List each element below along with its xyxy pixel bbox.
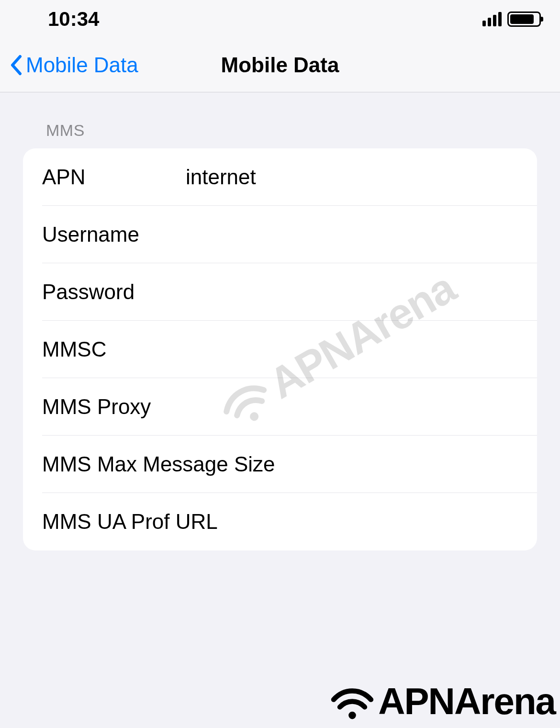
back-label: Mobile Data [26,53,138,77]
row-mms-ua-prof[interactable]: MMS UA Prof URL [23,493,537,550]
footer-logo: APNArena [329,680,555,723]
status-time: 10:34 [48,8,99,31]
status-bar: 10:34 [0,0,560,38]
navigation-bar: Mobile Data Mobile Data [0,38,560,92]
chevron-back-icon [10,55,22,76]
wifi-icon [329,683,375,720]
content-area: MMS APN Username Password MMSC MMS Proxy… [0,92,560,550]
label-mms-ua-prof: MMS UA Prof URL [42,510,218,534]
row-apn[interactable]: APN [23,148,537,206]
input-apn[interactable] [186,165,518,189]
label-mms-max-size: MMS Max Message Size [42,452,275,476]
label-mms-proxy: MMS Proxy [42,395,186,419]
row-mms-proxy[interactable]: MMS Proxy [23,378,537,436]
input-mms-ua-prof[interactable] [218,510,518,534]
page-title: Mobile Data [221,53,339,77]
input-mms-proxy[interactable] [186,395,518,419]
footer-logo-text: APNArena [378,680,555,723]
row-username[interactable]: Username [23,206,537,263]
label-password: Password [42,280,186,304]
label-mmsc: MMSC [42,337,186,361]
back-button[interactable]: Mobile Data [10,53,138,77]
row-mmsc[interactable]: MMSC [23,321,537,378]
input-password[interactable] [186,280,518,304]
label-username: Username [42,223,186,246]
svg-point-1 [348,711,356,719]
input-username[interactable] [186,223,518,246]
status-indicators [482,11,541,27]
input-mmsc[interactable] [186,337,518,361]
cellular-signal-icon [482,12,502,26]
row-mms-max-size[interactable]: MMS Max Message Size [23,436,537,493]
label-apn: APN [42,165,186,189]
mms-settings-group: APN Username Password MMSC MMS Proxy MMS… [23,148,537,550]
section-header-mms: MMS [23,121,537,148]
battery-icon [507,11,541,27]
input-mms-max-size[interactable] [275,452,518,476]
row-password[interactable]: Password [23,263,537,321]
